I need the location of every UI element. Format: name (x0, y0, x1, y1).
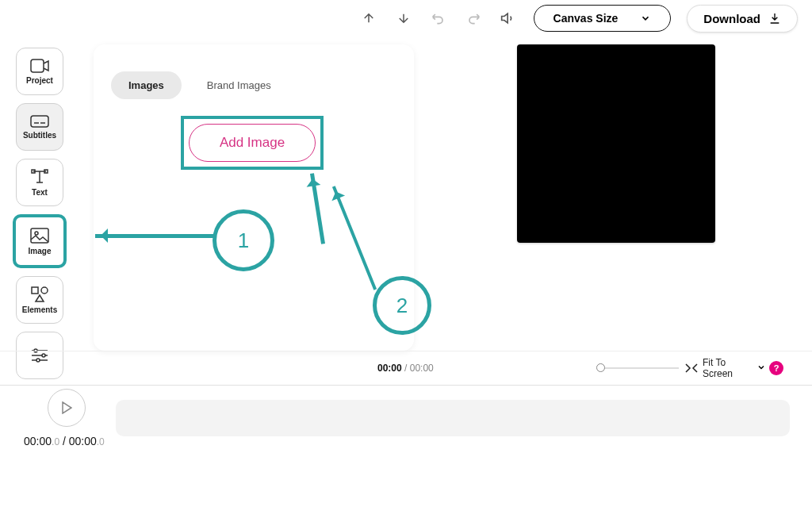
sidebar-item-label: Elements (22, 305, 57, 314)
panel-tabs: Images Brand Images (111, 71, 289, 99)
svg-point-5 (35, 232, 38, 235)
canvas-size-label: Canvas Size (553, 12, 619, 25)
annotation-step-1: 1 (213, 209, 274, 271)
play-controls (48, 389, 86, 427)
zoom-thumb[interactable] (596, 363, 605, 372)
play-button[interactable] (48, 389, 86, 427)
svg-rect-4 (31, 228, 48, 243)
sidebar-item-elements[interactable]: Elements (16, 276, 63, 324)
svg-point-7 (41, 287, 48, 294)
total-time: 00:00 (410, 363, 434, 374)
timeline-track[interactable] (116, 400, 790, 436)
tab-images[interactable]: Images (111, 71, 182, 99)
text-icon (31, 169, 48, 185)
sidebar-item-label: Subtitles (23, 131, 56, 140)
tab-brand-images[interactable]: Brand Images (190, 71, 289, 99)
time-separator: / (402, 363, 410, 374)
canvas-size-button[interactable]: Canvas Size (534, 5, 672, 32)
tl-total-frac: .0 (97, 436, 105, 447)
download-button[interactable]: Download (687, 5, 798, 33)
elements-icon (31, 286, 48, 302)
tl-current-frac: .0 (52, 436, 59, 447)
canvas-preview[interactable] (517, 44, 715, 243)
svg-rect-1 (31, 116, 48, 127)
annotation-step-2: 2 (373, 276, 431, 335)
annotation-arrow-1 (95, 234, 214, 238)
fit-to-screen[interactable]: Fit To Screen (685, 357, 742, 379)
top-toolbar: Canvas Size Download (359, 0, 812, 33)
sidebar-item-text[interactable]: Text (16, 159, 63, 206)
sidebar-item-label: Project (26, 76, 53, 85)
chevron-down-icon (756, 363, 766, 372)
tl-sep: / (59, 435, 69, 447)
timeline-time: 00:00.0 / 00:00.0 (24, 435, 105, 447)
download-label: Download (703, 12, 760, 25)
playhead-time: 00:00 / 00:00 (377, 363, 434, 374)
image-icon (30, 228, 49, 244)
current-time: 00:00 (377, 363, 402, 374)
fit-chevron[interactable] (756, 361, 766, 375)
redo-icon[interactable] (464, 9, 483, 28)
svg-rect-0 (31, 60, 44, 72)
tl-current: 00:00 (24, 435, 52, 447)
move-down-icon[interactable] (394, 9, 413, 28)
tl-total: 00:00 (69, 435, 97, 447)
sidebar-item-label: Image (29, 247, 52, 255)
sidebar-item-subtitles[interactable]: Subtitles (16, 103, 63, 151)
chevron-down-icon (640, 13, 651, 24)
sidebar-item-image[interactable]: Image (13, 214, 67, 268)
left-sidebar: Project Subtitles Text Image Elements (16, 48, 71, 379)
fit-icon (685, 363, 698, 373)
add-image-highlight: Add Image (181, 116, 324, 170)
move-up-icon[interactable] (359, 9, 378, 28)
sidebar-item-project[interactable]: Project (16, 48, 63, 95)
add-image-button[interactable]: Add Image (189, 124, 316, 162)
zoom-slider[interactable] (599, 367, 679, 369)
download-icon (768, 12, 781, 25)
svg-rect-6 (32, 287, 38, 294)
help-button[interactable]: ? (769, 361, 783, 375)
volume-icon[interactable] (499, 9, 518, 28)
undo-icon[interactable] (429, 9, 448, 28)
sidebar-item-label: Text (32, 188, 48, 197)
fit-label: Fit To Screen (703, 357, 742, 379)
status-bar: 00:00 / 00:00 Fit To Screen ? (0, 351, 812, 386)
image-panel: Images Brand Images Add Image (94, 44, 414, 351)
play-icon (61, 401, 72, 414)
video-icon (30, 59, 49, 73)
subtitles-icon (30, 115, 49, 128)
